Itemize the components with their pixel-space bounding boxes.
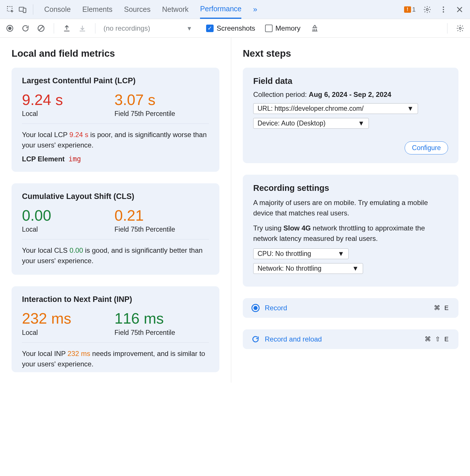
devtools-tabbar: Console Elements Sources Network Perform… [0,0,470,19]
cls-field-value: 0.21 [114,207,209,224]
inp-local-label: Local [22,329,114,337]
tab-console[interactable]: Console [44,1,71,18]
collect-garbage-icon[interactable] [310,24,319,33]
memory-checkbox[interactable]: Memory [265,24,301,32]
lcp-heading: Largest Contentful Paint (LCP) [22,76,209,85]
lcp-card: Largest Contentful Paint (LCP) 9.24 s Lo… [12,68,219,172]
cls-field-label: Field 75th Percentile [114,226,209,233]
upload-icon[interactable] [62,24,71,33]
inp-field-label: Field 75th Percentile [114,329,209,337]
cls-description: Your local CLS 0.00 is good, and is sign… [22,245,209,266]
download-icon[interactable] [78,24,87,33]
inp-description: Your local INP 232 ms needs improvement,… [22,348,209,369]
clear-icon[interactable] [36,24,46,33]
record-reload-action-card[interactable]: Record and reload ⌘ ⇧ E [243,329,458,349]
recording-settings-heading: Recording settings [253,183,448,193]
chevron-down-icon: ▾ [188,24,191,32]
recording-tip-2: Try using Slow 4G network throttling to … [253,223,448,244]
lcp-local-label: Local [22,110,114,118]
lcp-description: Your local LCP 9.24 s is poor, and is si… [22,130,209,150]
record-action-card[interactable]: Record ⌘ E [243,298,458,318]
lcp-element-link[interactable]: img [69,155,81,163]
collection-period: Collection period: Aug 6, 2024 - Sep 2, … [253,91,448,99]
record-reload-label: Record and reload [265,335,322,343]
more-vert-icon[interactable] [439,5,448,14]
inp-field-value: 116 ms [114,310,209,327]
svg-point-8 [8,27,11,29]
record-shortcut: ⌘ E [434,304,450,312]
cls-local-label: Local [22,226,114,233]
panel-settings-gear-icon[interactable] [456,24,465,33]
svg-point-10 [459,27,461,29]
record-reload-shortcut: ⌘ ⇧ E [425,335,450,343]
record-icon [251,304,260,312]
cls-local-value: 0.00 [22,207,114,224]
configure-button[interactable]: Configure [405,141,448,154]
record-circle-icon[interactable] [5,24,14,33]
device-dropdown[interactable]: Device: Auto (Desktop)▼ [253,118,369,129]
record-label: Record [265,304,287,312]
chevron-down-icon: ▼ [358,119,364,127]
tab-elements[interactable]: Elements [82,1,112,18]
screenshots-checkbox[interactable]: ✓ Screenshots [206,24,255,32]
lcp-local-value: 9.24 s [22,92,114,108]
recording-tip-1: A majority of users are on mobile. Try e… [253,198,448,218]
checkbox-unchecked-icon [265,25,273,32]
right-section-title: Next steps [243,48,458,59]
record-reload-icon [251,335,260,343]
url-dropdown[interactable]: URL: https://developer.chrome.com/▼ [253,103,418,114]
inp-local-value: 232 ms [22,310,114,327]
close-icon[interactable] [455,5,464,14]
cpu-throttling-dropdown[interactable]: CPU: No throttling▼ [253,248,349,259]
chevron-down-icon: ▼ [338,250,344,258]
tab-sources[interactable]: Sources [124,1,151,18]
svg-point-4 [443,6,444,8]
recordings-dropdown[interactable]: (no recordings) ▾ [103,24,191,32]
inp-heading: Interaction to Next Paint (INP) [22,295,209,304]
tab-performance[interactable]: Performance [200,0,241,19]
svg-point-5 [443,9,444,10]
recording-settings-card: Recording settings A majority of users a… [243,175,458,287]
cls-card: Cumulative Layout Shift (CLS) 0.00 Local… [12,183,219,275]
warnings-badge[interactable]: !1 [404,6,416,13]
svg-point-6 [443,11,444,12]
inspect-element-icon[interactable] [6,5,15,14]
chevron-down-icon: ▼ [352,265,359,272]
field-data-card: Field data Collection period: Aug 6, 202… [243,68,458,163]
checkbox-checked-icon: ✓ [206,25,214,32]
lcp-field-label: Field 75th Percentile [114,110,209,118]
tab-network[interactable]: Network [162,1,189,18]
reload-icon[interactable] [21,24,30,33]
cls-heading: Cumulative Layout Shift (CLS) [22,192,209,201]
svg-point-3 [426,8,428,10]
field-data-heading: Field data [253,76,448,86]
inp-card: Interaction to Next Paint (INP) 232 ms L… [12,286,219,372]
lcp-field-value: 3.07 s [114,92,209,108]
left-section-title: Local and field metrics [12,48,219,59]
more-tabs-icon[interactable]: » [253,5,257,14]
settings-gear-icon[interactable] [423,5,432,14]
chevron-down-icon: ▼ [407,105,414,112]
perf-toolbar: (no recordings) ▾ ✓ Screenshots Memory [0,19,470,38]
lcp-element-row: LCP Element img [22,155,209,163]
device-toggle-icon[interactable] [18,5,27,14]
svg-rect-2 [23,8,26,12]
network-throttling-dropdown[interactable]: Network: No throttling▼ [253,263,363,274]
